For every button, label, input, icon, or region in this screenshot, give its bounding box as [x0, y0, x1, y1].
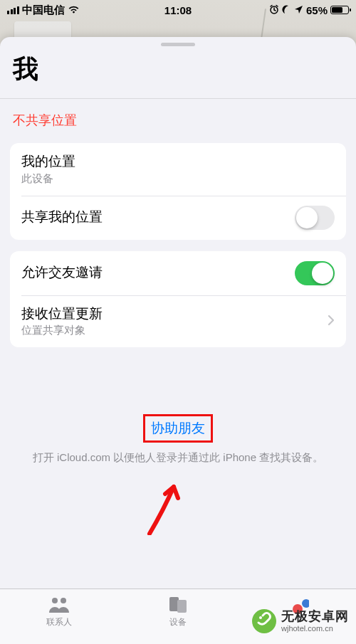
friend-requests-row: 允许交友邀请: [10, 251, 346, 295]
not-sharing-location-link[interactable]: 不共享位置: [0, 99, 356, 140]
wifi-icon: [68, 5, 80, 16]
chevron-right-icon: [322, 313, 335, 329]
watermark-cn: 无极安卓网: [281, 610, 349, 624]
my-location-sub: 此设备: [21, 172, 335, 186]
receive-updates-title: 接收位置更新: [21, 305, 322, 323]
help-friend-highlight: 协助朋友: [143, 414, 213, 443]
location-card: 我的位置 此设备 共享我的位置: [10, 143, 346, 240]
watermark-logo-icon: [251, 608, 277, 634]
alarm-icon: [269, 4, 279, 16]
watermark: 无极安卓网 wjhotel.com.cn: [251, 608, 349, 634]
tab-devices-label: 设备: [169, 616, 187, 628]
svg-rect-4: [177, 600, 187, 613]
location-icon: [294, 4, 303, 16]
tab-devices[interactable]: 设备: [119, 595, 238, 628]
friend-requests-title: 允许交友邀请: [21, 264, 295, 282]
page-title: 我: [0, 49, 356, 98]
my-location-title: 我的位置: [21, 153, 335, 171]
svg-point-1: [52, 598, 58, 603]
status-time: 11:08: [164, 4, 192, 16]
friends-card: 允许交友邀请 接收位置更新 位置共享对象: [10, 251, 346, 348]
dnd-icon: [282, 4, 291, 16]
help-friend-desc: 打开 iCloud.com 以便他人登录并通过此 iPhone 查找其设备。: [0, 443, 356, 466]
battery-icon: [330, 6, 349, 14]
tab-contacts[interactable]: 联系人: [0, 595, 119, 628]
svg-point-2: [61, 598, 66, 603]
share-my-location-row: 共享我的位置: [10, 196, 346, 240]
signal-icon: [7, 6, 19, 14]
help-friend-link[interactable]: 协助朋友: [151, 421, 205, 436]
devices-icon: [168, 595, 188, 615]
receive-updates-sub: 位置共享对象: [21, 324, 322, 337]
svg-point-5: [302, 599, 309, 608]
my-location-row[interactable]: 我的位置 此设备: [10, 143, 346, 196]
receive-updates-row[interactable]: 接收位置更新 位置共享对象: [10, 295, 346, 348]
contacts-icon: [47, 595, 71, 615]
battery-pct: 65%: [306, 4, 328, 16]
watermark-en: wjhotel.com.cn: [281, 624, 349, 633]
me-sheet: 我 不共享位置 我的位置 此设备 共享我的位置 允许交友邀请 接收位置更新: [0, 37, 356, 644]
tab-contacts-label: 联系人: [46, 616, 72, 628]
carrier-label: 中国电信: [22, 4, 65, 17]
svg-point-9: [259, 616, 262, 619]
sheet-grabber[interactable]: [161, 43, 195, 46]
status-bar: 中国电信 11:08 65%: [0, 0, 356, 20]
share-my-location-toggle[interactable]: [295, 206, 335, 230]
share-my-location-title: 共享我的位置: [21, 208, 295, 226]
friend-requests-toggle[interactable]: [295, 261, 335, 285]
